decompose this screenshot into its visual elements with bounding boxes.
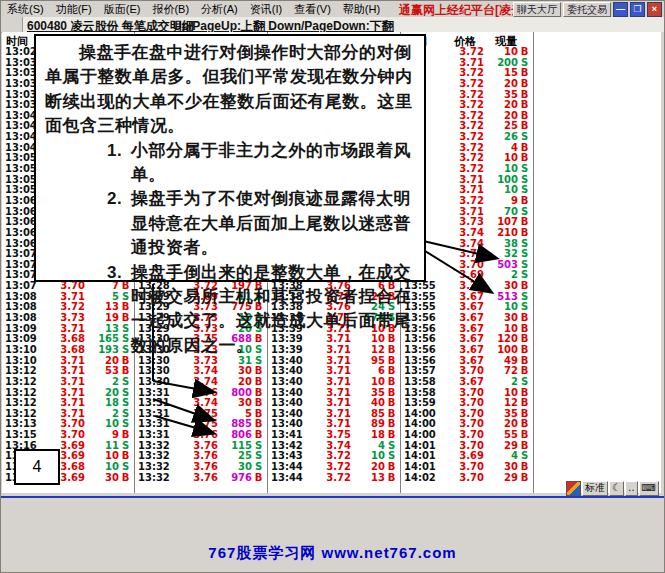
volume-cell: 70 — [484, 207, 518, 218]
side-cell: B — [252, 366, 265, 377]
overlay-list-item: 小部分属于非主力之外的市场跟着风单。 — [107, 139, 415, 188]
price-cell: 3.70 — [41, 419, 85, 430]
side-cell: B — [385, 388, 398, 399]
side-cell: B — [518, 419, 531, 430]
price-cell: 3.76 — [174, 441, 218, 452]
close-button[interactable]: × — [647, 2, 662, 17]
menu-quotes[interactable]: 报价(B) — [146, 1, 195, 18]
time-cell: 13:43 — [268, 451, 307, 462]
side-cell: S — [119, 419, 132, 430]
volume-cell: 100 — [484, 345, 518, 356]
side-cell: B — [518, 462, 531, 473]
time-cell: 13:30 — [135, 366, 174, 377]
standard-view-button[interactable]: 标准 — [582, 481, 608, 496]
price-cell: 3.70 — [440, 441, 484, 452]
side-cell: S — [252, 441, 265, 452]
menu-info[interactable]: 资讯(I) — [244, 1, 288, 18]
table-row: 13:123.7153B — [2, 366, 134, 377]
side-cell: B — [252, 430, 265, 441]
table-row: 13:573.7072B — [401, 366, 533, 377]
table-row: 13:563.6710B — [401, 324, 533, 335]
chat-hall-button[interactable]: 聊天大厅 — [513, 2, 561, 17]
price-cell: 3.72 — [440, 68, 484, 79]
price-cell: 3.67 — [440, 334, 484, 345]
menu-help[interactable]: 帮助(H) — [337, 1, 386, 18]
table-row: 13:313.75885B — [135, 419, 267, 430]
table-row: 13:563.6749B — [401, 356, 533, 367]
overlay-paragraph: 操盘手在盘中进行对倒操作时大部分的对倒单属于整数单居多。但我们平常发现在数分钟内… — [45, 41, 415, 139]
time-cell: 13:31 — [135, 388, 174, 399]
side-cell: B — [518, 356, 531, 367]
time-cell: 13:40 — [268, 377, 307, 388]
price-cell: 3.70 — [440, 398, 484, 409]
table-row: 13:403.7185B — [268, 409, 400, 420]
trade-entrust-button[interactable]: 委托交易 — [563, 2, 611, 17]
menu-system[interactable]: 系统(S) — [1, 1, 50, 18]
side-cell: S — [119, 377, 132, 388]
table-row: 13:403.7110B — [268, 377, 400, 388]
time-cell: 13:40 — [268, 388, 307, 399]
volume-cell: 10 — [85, 462, 119, 473]
volume-cell: 35 — [484, 409, 518, 420]
table-row: 13:303.7430B — [135, 366, 267, 377]
table-row: 13:313.7430B — [135, 398, 267, 409]
price-cell: 3.69 — [440, 451, 484, 462]
side-cell: B — [518, 441, 531, 452]
volume-cell: 49 — [484, 356, 518, 367]
volume-cell: 4 — [484, 451, 518, 462]
volume-cell: 30 — [218, 366, 252, 377]
time-cell: 13:09 — [2, 334, 41, 345]
time-cell: 13:09 — [2, 324, 41, 335]
menu-layout[interactable]: 版面(E) — [98, 1, 147, 18]
keyboard-icon[interactable]: ⌨ — [639, 481, 659, 496]
price-cell: 3.72 — [41, 302, 85, 313]
volume-cell: 10 — [484, 164, 518, 175]
side-cell: S — [518, 58, 531, 69]
price-cell: 3.72 — [440, 143, 484, 154]
table-row: 13:313.755B — [135, 409, 267, 420]
price-cell: 3.70 — [440, 260, 484, 271]
time-cell: 13:32 — [135, 473, 174, 484]
volume-cell: 20 — [218, 377, 252, 388]
price-cell: 3.75 — [307, 430, 351, 441]
restore-button[interactable]: ❐ — [630, 2, 645, 17]
price-cell: 3.73 — [440, 217, 484, 228]
night-mode-icon[interactable]: ☾ — [609, 481, 624, 496]
volume-cell: 30 — [218, 398, 252, 409]
footer-site-text: 767股票学习网 www.net767.com — [1, 544, 664, 563]
price-cell: 3.70 — [440, 473, 484, 484]
time-cell: 13:40 — [268, 409, 307, 420]
price-cell: 3.76 — [174, 430, 218, 441]
price-cell: 3.70 — [440, 281, 484, 292]
side-cell: S — [518, 132, 531, 143]
price-cell: 3.74 — [440, 249, 484, 260]
price-cell: 3.74 — [440, 228, 484, 239]
time-cell: 13:32 — [135, 462, 174, 473]
price-cell: 3.67 — [440, 313, 484, 324]
side-cell: S — [518, 164, 531, 175]
volume-cell: 20 — [484, 100, 518, 111]
volume-cell: 12 — [484, 398, 518, 409]
more-icon[interactable]: ‥ — [625, 481, 638, 496]
menu-analysis[interactable]: 分析(A) — [195, 1, 244, 18]
menu-function[interactable]: 功能(F) — [50, 1, 98, 18]
price-cell: 3.76 — [174, 451, 218, 462]
volume-cell: 2 — [85, 377, 119, 388]
table-row: 13:303.7420B — [135, 377, 267, 388]
side-cell: B — [518, 217, 531, 228]
price-cell: 3.72 — [307, 462, 351, 473]
minimize-button[interactable]: — — [613, 2, 628, 17]
side-cell: B — [252, 377, 265, 388]
menu-view[interactable]: 查看(V) — [288, 1, 337, 18]
price-cell: 3.70 — [440, 366, 484, 377]
side-cell: B — [119, 430, 132, 441]
price-cell: 3.72 — [307, 451, 351, 462]
volume-cell: 5 — [218, 409, 252, 420]
volume-cell: 2 — [484, 377, 518, 388]
annotation-overlay: 操盘手在盘中进行对倒操作时大部分的对倒单属于整数单居多。但我们平常发现在数分钟内… — [34, 34, 426, 282]
price-cell: 3.74 — [440, 239, 484, 250]
side-cell: B — [518, 388, 531, 399]
time-cell: 13:13 — [2, 419, 41, 430]
price-cell: 3.70 — [440, 409, 484, 420]
table-row: 13:553.7030B — [401, 281, 533, 292]
